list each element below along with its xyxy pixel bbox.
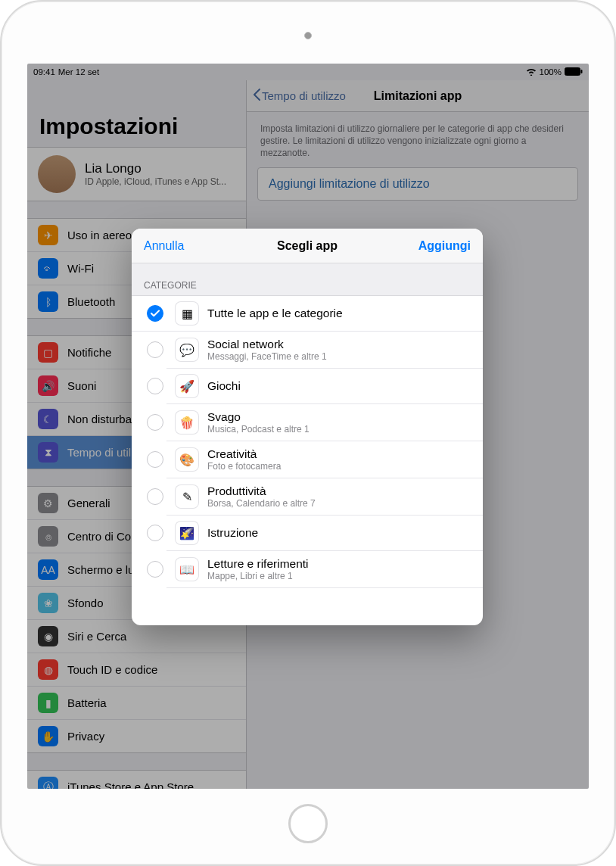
creativity-icon: 🎨 [176,448,198,471]
home-button[interactable] [288,804,328,843]
category-row[interactable]: 🌠Istruzione [166,516,483,551]
category-subtitle: Foto e fotocamera [207,461,281,472]
category-subtitle: Mappe, Libri e altre 1 [207,571,309,581]
category-checkbox[interactable] [147,378,163,394]
category-subtitle: Messaggi, FaceTime e altre 1 [207,351,327,362]
category-row[interactable]: 📖Letture e riferimentiMappe, Libri e alt… [166,551,483,588]
category-row[interactable]: 🍿SvagoMusica, Podcast e altre 1 [166,404,483,441]
category-title: Social network [207,338,327,351]
category-list[interactable]: ▦Tutte le app e le categorie💬Social netw… [132,296,483,625]
modal-title: Scegli app [277,239,338,253]
category-checkbox[interactable] [147,561,163,578]
games-icon: 🚀 [176,375,198,397]
category-title: Produttività [207,484,316,498]
ipad-frame: 09:41 Mer 12 set 100% Impostazioni [0,0,616,866]
category-row[interactable]: ▦Tutte le app e le categorie [132,296,483,332]
category-title: Creatività [207,447,281,461]
modal-section-header: Categorie [132,263,483,296]
productivity-icon: ✎ [176,485,198,508]
add-button[interactable]: Aggiungi [406,229,483,263]
screen: 09:41 Mer 12 set 100% Impostazioni [27,64,589,789]
category-row[interactable]: 🎨CreativitàFoto e fotocamera [166,441,483,478]
category-checkbox[interactable] [147,451,163,468]
camera-dot [304,32,312,39]
category-checkbox[interactable] [147,488,163,505]
social-icon: 💬 [176,338,198,361]
modal-header: Annulla Scegli app Aggiungi [132,229,483,263]
category-row[interactable]: 🚀Giochi [166,369,483,404]
category-row[interactable]: ✎ProduttivitàBorsa, Calendario e altre 7 [166,478,483,516]
category-row[interactable]: 💬Social networkMessaggi, FaceTime e altr… [166,332,483,369]
category-title: Svago [207,410,310,424]
all-apps-icon: ▦ [176,302,198,325]
category-title: Tutte le app e le categorie [207,307,343,320]
choose-apps-modal: Annulla Scegli app Aggiungi Categorie ▦T… [132,229,483,625]
category-subtitle: Borsa, Calendario e altre 7 [207,498,316,509]
category-subtitle: Musica, Podcast e altre 1 [207,424,310,435]
reading-icon: 📖 [176,558,198,581]
category-checkbox[interactable] [147,341,163,358]
entertainment-icon: 🍿 [176,411,198,434]
category-title: Letture e riferimenti [207,557,309,571]
category-checkbox[interactable] [147,305,163,322]
category-checkbox[interactable] [147,414,163,431]
category-checkbox[interactable] [147,525,163,541]
education-icon: 🌠 [176,522,198,544]
cancel-button[interactable]: Annulla [132,229,196,263]
category-title: Giochi [207,379,241,393]
category-title: Istruzione [207,526,258,540]
